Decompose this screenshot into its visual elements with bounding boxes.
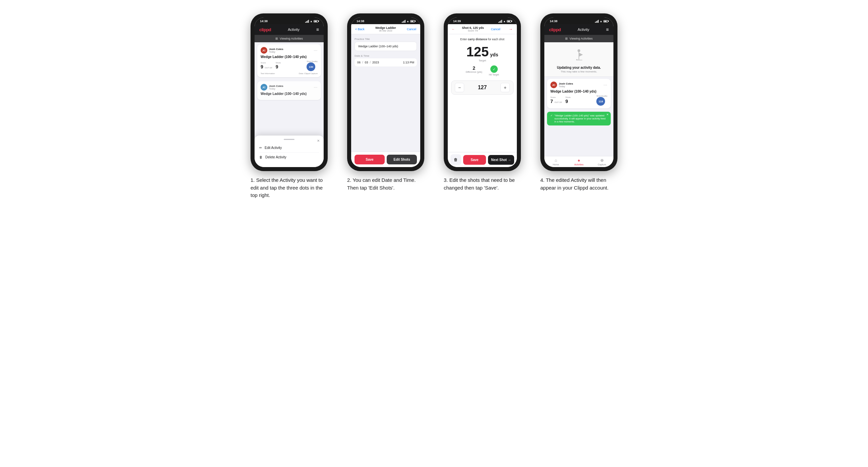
toast-message: "Wedge Ladder (100–140 yds)" was updated… — [554, 114, 608, 123]
shot-label-3: Shot 6, 125 yds — [462, 26, 484, 30]
practice-title-input[interactable]: Wedge Ladder (100–140 yds) — [354, 41, 417, 51]
golf-icon — [571, 48, 586, 63]
shots-val-1: 9 — [276, 64, 278, 69]
shot-nav-3: ← Shot 6, 125 yds Score 7/9 Cancel → — [448, 24, 517, 34]
hit-target-metric: ✓ Hit Target — [489, 65, 499, 76]
stat-shots-4: Shots 9 — [565, 96, 570, 104]
user-info-4: Josh Coles Today — [559, 82, 573, 88]
updating-subtitle: This may take a few moments. — [561, 70, 597, 73]
app-title-1: Activity — [288, 28, 300, 32]
shots-label-1: Shots — [276, 62, 281, 64]
phone-3-column: 14:39 ▲ ← Shot 6, 125 yds Sc — [439, 13, 526, 192]
bottom-sheet-1: ✕ ✏ Edit Activity 🗑 Delete Activity — [254, 135, 324, 167]
activity-card-2[interactable]: JC Josh Coles Today ··· Wedge Ladder (10… — [257, 81, 321, 100]
user-date-4: Today — [559, 85, 573, 88]
card-stats-4: Score 7 OUT OF Shots 9 Shot Quality — [550, 95, 608, 106]
three-dots-4[interactable]: ··· — [604, 83, 608, 87]
delete-activity-item[interactable]: 🗑 Delete Activity — [259, 153, 319, 162]
carry-bold: carry distance — [468, 38, 487, 41]
phone-3-screen: 14:39 ▲ ← Shot 6, 125 yds Sc — [448, 18, 517, 167]
three-dots-1[interactable]: ··· — [314, 49, 318, 52]
sheet-close-1[interactable]: ✕ — [317, 139, 320, 143]
notch-3 — [472, 19, 492, 24]
viewing-banner-1: ⊞ Viewing Activities — [254, 35, 324, 42]
score-label-3: Score 7/9 — [462, 30, 484, 32]
score-val-4: 7 — [550, 99, 553, 104]
year-field[interactable]: 2023 — [372, 61, 379, 64]
card-stats-1: Score 9 OUT OF Shots 9 Shot Quality — [260, 60, 318, 71]
save-button-2[interactable]: Save — [354, 155, 385, 164]
phone-2-column: 14:38 ▲ < Back Wedge Ladder 0 — [342, 13, 429, 192]
caption-2: 2. You can edit Date and Time. Then tap … — [347, 177, 424, 192]
stepper-value[interactable]: 127 — [478, 85, 487, 91]
activity-card-1[interactable]: JC Josh Coles Today ··· Wedge Ladder (10… — [257, 44, 321, 77]
back-button-3[interactable]: ← — [452, 28, 455, 31]
phone-4-column: 14:38 ▲ clippd Activity ≡ — [535, 13, 622, 192]
status-bar-3: 14:39 ▲ — [448, 18, 517, 24]
card-header-1: JC Josh Coles Today ··· — [260, 47, 318, 54]
date-field[interactable]: 06 — [357, 61, 361, 64]
cancel-button-2[interactable]: Cancel — [407, 28, 416, 31]
shot-action-bar-3: 🗑 Save Next Shot → — [448, 152, 517, 167]
phones-container: 14:38 ▲ clippd Activity ≡ — [246, 13, 622, 199]
tab-bar-4: ⌂ Home ♠ Activities ⊕ Capture — [544, 156, 614, 167]
activities-icon: ♠ — [578, 158, 580, 163]
time-field[interactable]: 1:13 PM — [403, 61, 414, 64]
save-shot-button[interactable]: Save — [463, 155, 486, 165]
month-field[interactable]: 03 — [365, 61, 368, 64]
increment-button[interactable]: + — [500, 83, 510, 92]
filter-icon-1: ⊞ — [275, 37, 278, 40]
user-info-2: Josh Coles Today — [269, 85, 283, 90]
toast-close-button[interactable]: ✕ — [607, 113, 609, 116]
capture-label: Capture — [598, 163, 606, 166]
status-time-4: 14:38 — [550, 20, 557, 23]
delete-shot-button[interactable]: 🗑 — [451, 154, 461, 165]
shot-yds-label: yds — [490, 52, 498, 57]
out-of-4: OUT OF — [554, 101, 562, 103]
edit-icon: ✏ — [259, 146, 262, 150]
quality-badge-1: 130 — [307, 62, 315, 71]
phone-3: 14:39 ▲ ← Shot 6, 125 yds Sc — [444, 13, 521, 171]
phone-1: 14:38 ▲ clippd Activity ≡ — [251, 13, 328, 171]
quality-label-1: Shot Quality — [307, 60, 318, 62]
golf-icon-wrap — [570, 47, 587, 64]
menu-icon-1[interactable]: ≡ — [316, 27, 319, 32]
activity-card-4[interactable]: JC Josh Coles Today ··· Wedge Ladder (10… — [547, 79, 611, 108]
date-time-label: Date & Time — [354, 54, 417, 57]
three-dots-2[interactable]: ··· — [314, 86, 318, 89]
status-icons-4: ▲ — [595, 20, 608, 23]
edit-shots-button[interactable]: Edit Shots — [387, 155, 417, 164]
updating-banner: Updating your activity data. This may ta… — [544, 42, 614, 77]
nav-bar-2: < Back Wedge Ladder 06 Mar 2023 Cancel — [351, 24, 420, 34]
decrement-button[interactable]: − — [455, 83, 464, 92]
tab-capture[interactable]: ⊕ Capture — [590, 156, 614, 167]
svg-point-1 — [578, 49, 580, 52]
app-logo-1: clippd — [259, 27, 271, 32]
next-shot-button[interactable]: Next Shot → — [488, 155, 514, 165]
status-time-1: 14:38 — [260, 20, 268, 23]
cancel-button-3[interactable]: Cancel — [491, 28, 500, 31]
app-header-1: clippd Activity ≡ — [254, 24, 324, 35]
delete-activity-label: Delete Activity — [265, 155, 286, 159]
back-button-2[interactable]: < Back — [355, 28, 365, 31]
phone-1-screen: 14:38 ▲ clippd Activity ≡ — [254, 18, 324, 167]
user-name-2: Josh Coles — [269, 85, 283, 88]
form-buttons-2: Save Edit Shots — [351, 152, 420, 167]
shot-instruction-3: Enter carry distance for each shot — [460, 38, 504, 41]
shot-yardage-val: 125 — [467, 45, 489, 58]
battery-icon-2 — [410, 20, 415, 23]
next-arrow-icon[interactable]: → — [509, 27, 513, 32]
status-bar-2: 14:38 ▲ — [351, 18, 420, 24]
edit-activity-item[interactable]: ✏ Edit Activity — [259, 143, 319, 153]
status-icons-2: ▲ — [402, 20, 415, 23]
caption-3: 3. Edit the shots that need to be change… — [444, 177, 521, 192]
hit-target-circle: ✓ — [490, 65, 498, 73]
tab-home[interactable]: ⌂ Home — [544, 156, 567, 167]
stat-quality-1: Shot Quality 130 — [307, 60, 318, 71]
shots-label-4: Shots — [565, 96, 570, 98]
tab-activities[interactable]: ♠ Activities — [567, 156, 591, 167]
quality-badge-4: 118 — [596, 97, 605, 106]
filter-icon-4: ⊞ — [565, 37, 568, 40]
date-time-row[interactable]: 06 / 03 / 2023 1:13 PM — [354, 58, 417, 66]
menu-icon-4[interactable]: ≡ — [606, 27, 609, 32]
